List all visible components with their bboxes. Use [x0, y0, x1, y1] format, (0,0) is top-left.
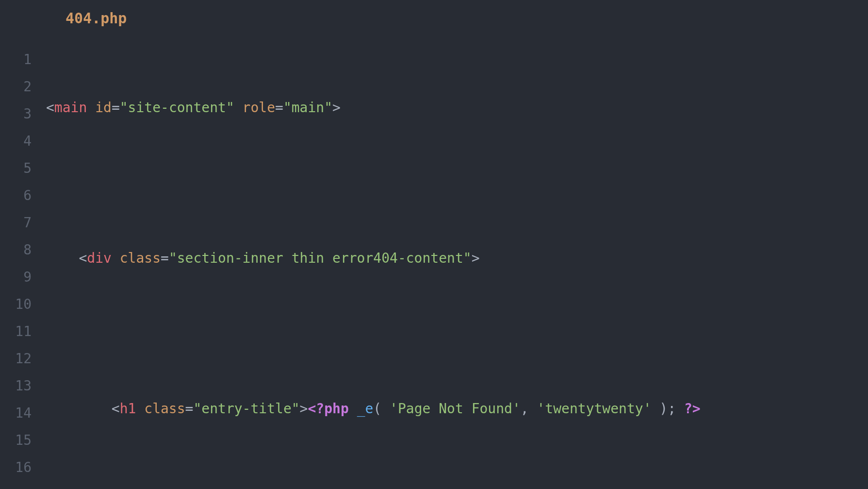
line-number: 5 [0, 155, 32, 182]
line-gutter: 12345678910111213141516 [0, 46, 46, 489]
line-number: 11 [0, 318, 32, 345]
line-number: 1 [0, 46, 32, 73]
code-editor: 404.php 12345678910111213141516 <main id… [0, 0, 868, 489]
code-line[interactable]: <h1 class="entry-title"><?php _e( 'Page … [46, 395, 868, 422]
line-number: 12 [0, 345, 32, 372]
line-number: 13 [0, 372, 32, 400]
line-number: 8 [0, 236, 32, 264]
code-content[interactable]: <main id="site-content" role="main"> <di… [46, 46, 868, 489]
line-number: 9 [0, 264, 32, 291]
code-area[interactable]: 12345678910111213141516 <main id="site-c… [0, 46, 868, 489]
line-number: 4 [0, 128, 32, 155]
code-line[interactable] [46, 471, 868, 489]
line-number: 10 [0, 291, 32, 318]
line-number: 16 [0, 454, 32, 481]
line-number: 2 [0, 73, 32, 101]
file-tab[interactable]: 404.php [0, 10, 868, 46]
code-line[interactable]: <main id="site-content" role="main"> [46, 94, 868, 121]
code-line[interactable] [46, 169, 868, 197]
code-line[interactable] [46, 320, 868, 347]
code-line[interactable]: <div class="section-inner thin error404-… [46, 245, 868, 272]
line-number: 6 [0, 182, 32, 209]
line-number: 3 [0, 101, 32, 128]
line-number: 7 [0, 209, 32, 236]
line-number: 14 [0, 400, 32, 427]
line-number: 15 [0, 427, 32, 454]
